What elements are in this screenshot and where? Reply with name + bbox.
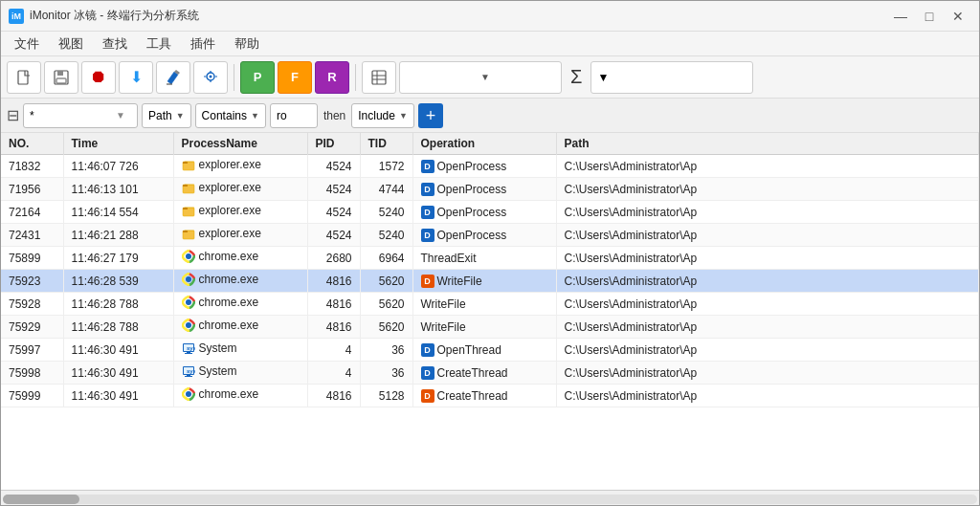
svg-point-20 xyxy=(186,253,191,259)
cell-no: 75998 xyxy=(1,362,63,385)
menu-item-文件[interactable]: 文件 xyxy=(5,33,49,55)
table-row[interactable]: 71956 11:46:13 101 explorer.exe 4524 474… xyxy=(1,178,979,201)
table-row[interactable]: 75999 11:46:30 491 chrome.exe 4816 5128 … xyxy=(1,385,979,407)
maximize-button[interactable]: □ xyxy=(916,6,943,27)
col-header-operation[interactable]: Operation xyxy=(412,133,556,155)
col-header-path[interactable]: Path xyxy=(556,133,979,155)
col-header-processname[interactable]: ProcessName xyxy=(173,133,307,155)
filter-value-input[interactable] xyxy=(270,103,318,128)
cell-time: 11:46:30 491 xyxy=(63,385,173,407)
cell-time: 11:46:28 788 xyxy=(63,293,173,316)
svg-point-6 xyxy=(210,75,212,77)
svg-point-38 xyxy=(186,391,191,397)
file-filter-button[interactable]: F xyxy=(278,61,312,94)
close-button[interactable]: ✕ xyxy=(945,6,971,27)
process-icon xyxy=(182,296,195,309)
process-icon xyxy=(182,204,195,217)
window-controls: — □ ✕ xyxy=(887,6,971,27)
process-icon: sys xyxy=(182,341,195,355)
wildcard-input[interactable] xyxy=(30,109,116,122)
table-row[interactable]: 75928 11:46:28 788 chrome.exe 4816 5620 … xyxy=(1,293,979,316)
process-dropdown[interactable]: ▼ xyxy=(399,61,562,94)
svg-rect-18 xyxy=(183,231,188,232)
clear-button[interactable] xyxy=(156,61,190,94)
table-row[interactable]: 72164 11:46:14 554 explorer.exe 4524 524… xyxy=(1,201,979,224)
field-dropdown-arrow: ▼ xyxy=(176,111,185,121)
process-filter-button[interactable]: P xyxy=(240,61,275,94)
cell-tid: 5620 xyxy=(360,293,412,316)
svg-point-26 xyxy=(186,322,191,328)
col-header-tid[interactable]: TID xyxy=(360,133,412,155)
cell-path: C:\Users\Administrator\Ap xyxy=(556,224,979,247)
cell-pid: 2680 xyxy=(307,247,360,270)
cell-path: C:\Users\Administrator\Ap xyxy=(556,316,979,339)
toolbar-separator xyxy=(234,64,234,91)
table-view-button[interactable] xyxy=(362,61,396,94)
new-button[interactable] xyxy=(7,61,41,94)
scroll-track[interactable] xyxy=(3,495,977,504)
wildcard-dropdown-arrow[interactable]: ▼ xyxy=(116,110,125,121)
menu-item-插件[interactable]: 插件 xyxy=(181,33,225,55)
action-dropdown[interactable]: Include ▼ xyxy=(351,103,414,128)
process-icon: sys xyxy=(182,364,195,378)
process-name-label: System xyxy=(199,341,237,355)
svg-rect-12 xyxy=(183,162,188,164)
app-title: iMonitor 冰镜 - 终端行为分析系统 xyxy=(30,8,887,24)
then-label: then xyxy=(322,109,347,122)
cell-pid: 4524 xyxy=(307,201,360,224)
cell-time: 11:46:07 726 xyxy=(63,155,173,178)
process-name-label: chrome.exe xyxy=(199,319,259,332)
filter-icon[interactable]: ⊟ xyxy=(7,106,19,124)
process-name-label: explorer.exe xyxy=(199,204,261,217)
cell-processname: sys System xyxy=(173,339,307,362)
table-row[interactable]: 75929 11:46:28 788 chrome.exe 4816 5620 … xyxy=(1,316,979,339)
titlebar: iM iMonitor 冰镜 - 终端行为分析系统 — □ ✕ xyxy=(1,1,979,32)
locate-button[interactable] xyxy=(193,61,228,94)
condition-dropdown-label: Contains xyxy=(202,109,247,122)
wildcard-field[interactable]: ▼ xyxy=(23,103,138,128)
table-row[interactable]: 75899 11:46:27 179 chrome.exe 2680 6964 … xyxy=(1,247,979,270)
cell-time: 11:46:21 288 xyxy=(63,224,173,247)
cell-operation: DOpenProcess xyxy=(412,201,556,224)
menu-item-工具[interactable]: 工具 xyxy=(137,33,181,55)
filter-preset-dropdown[interactable]: ▼ xyxy=(590,61,753,94)
condition-dropdown[interactable]: Contains ▼ xyxy=(195,103,266,128)
table-row[interactable]: 75998 11:46:30 491 sys System 4 36 DCrea… xyxy=(1,362,979,385)
table-row[interactable]: 75923 11:46:28 539 chrome.exe 4816 5620 … xyxy=(1,270,979,293)
cell-pid: 4524 xyxy=(307,178,360,201)
cell-operation: WriteFile xyxy=(412,293,556,316)
cell-no: 72164 xyxy=(1,201,63,224)
field-dropdown[interactable]: Path ▼ xyxy=(142,103,191,128)
process-dropdown-arrow: ▼ xyxy=(480,72,555,82)
cell-pid: 4 xyxy=(307,362,360,385)
process-icon xyxy=(182,319,195,332)
horizontal-scrollbar[interactable] xyxy=(1,490,979,506)
process-name-label: explorer.exe xyxy=(199,227,261,240)
menu-item-帮助[interactable]: 帮助 xyxy=(225,33,269,55)
cell-processname: explorer.exe xyxy=(173,155,307,178)
minimize-button[interactable]: — xyxy=(887,6,914,27)
cell-path: C:\Users\Administrator\Ap xyxy=(556,385,979,407)
record-button[interactable]: ⏺ xyxy=(81,61,116,94)
add-filter-button[interactable]: + xyxy=(418,103,443,128)
svg-point-22 xyxy=(186,276,191,282)
menu-item-查找[interactable]: 查找 xyxy=(93,33,137,55)
svg-rect-7 xyxy=(372,71,386,84)
table-row[interactable]: 71832 11:46:07 726 explorer.exe 4524 157… xyxy=(1,155,979,178)
cell-tid: 36 xyxy=(360,339,412,362)
download-button[interactable]: ⬇ xyxy=(119,61,153,94)
sigma-button[interactable]: Σ xyxy=(565,66,588,88)
table-row[interactable]: 75997 11:46:30 491 sys System 4 36 DOpen… xyxy=(1,339,979,362)
save-button[interactable] xyxy=(44,61,78,94)
cell-tid: 5240 xyxy=(360,224,412,247)
table-row[interactable]: 72431 11:46:21 288 explorer.exe 4524 524… xyxy=(1,224,979,247)
cell-tid: 36 xyxy=(360,362,412,385)
col-header-time[interactable]: Time xyxy=(63,133,173,155)
cell-no: 75928 xyxy=(1,293,63,316)
registry-filter-button[interactable]: R xyxy=(315,61,349,94)
cell-time: 11:46:14 554 xyxy=(63,201,173,224)
scroll-thumb[interactable] xyxy=(3,495,79,504)
menu-item-视图[interactable]: 视图 xyxy=(49,33,93,55)
col-header-no[interactable]: NO. xyxy=(1,133,63,155)
col-header-pid[interactable]: PID xyxy=(307,133,360,155)
